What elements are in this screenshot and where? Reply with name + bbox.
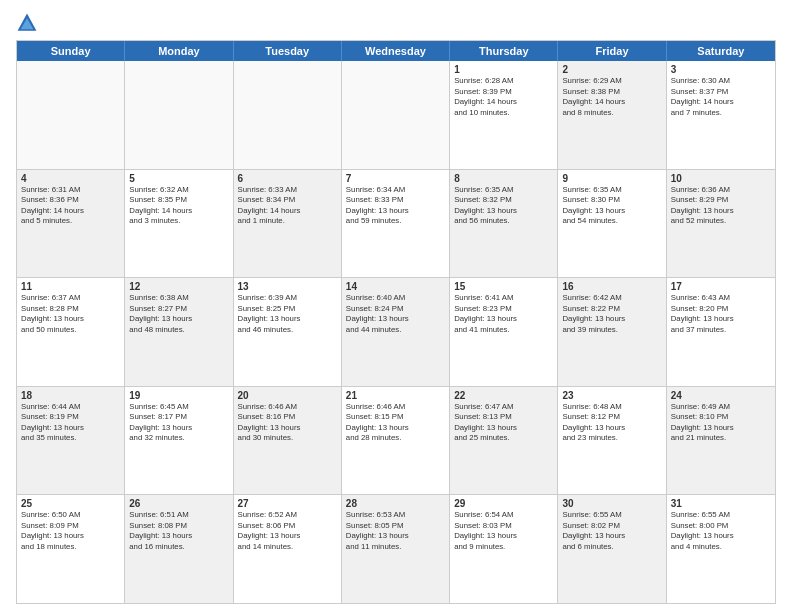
calendar-row: 1Sunrise: 6:28 AM Sunset: 8:39 PM Daylig…: [17, 61, 775, 170]
calendar-body: 1Sunrise: 6:28 AM Sunset: 8:39 PM Daylig…: [17, 61, 775, 603]
day-info: Sunrise: 6:31 AM Sunset: 8:36 PM Dayligh…: [21, 185, 120, 227]
day-number: 5: [129, 173, 228, 184]
day-info: Sunrise: 6:54 AM Sunset: 8:03 PM Dayligh…: [454, 510, 553, 552]
calendar-cell: 18Sunrise: 6:44 AM Sunset: 8:19 PM Dayli…: [17, 387, 125, 495]
day-info: Sunrise: 6:53 AM Sunset: 8:05 PM Dayligh…: [346, 510, 445, 552]
calendar-cell: 21Sunrise: 6:46 AM Sunset: 8:15 PM Dayli…: [342, 387, 450, 495]
day-number: 30: [562, 498, 661, 509]
calendar-cell: 16Sunrise: 6:42 AM Sunset: 8:22 PM Dayli…: [558, 278, 666, 386]
day-number: 19: [129, 390, 228, 401]
calendar-cell: 15Sunrise: 6:41 AM Sunset: 8:23 PM Dayli…: [450, 278, 558, 386]
day-number: 8: [454, 173, 553, 184]
day-number: 13: [238, 281, 337, 292]
calendar-header-cell: Thursday: [450, 41, 558, 61]
calendar-cell: 24Sunrise: 6:49 AM Sunset: 8:10 PM Dayli…: [667, 387, 775, 495]
calendar-cell: 25Sunrise: 6:50 AM Sunset: 8:09 PM Dayli…: [17, 495, 125, 603]
day-info: Sunrise: 6:42 AM Sunset: 8:22 PM Dayligh…: [562, 293, 661, 335]
day-info: Sunrise: 6:41 AM Sunset: 8:23 PM Dayligh…: [454, 293, 553, 335]
day-info: Sunrise: 6:44 AM Sunset: 8:19 PM Dayligh…: [21, 402, 120, 444]
calendar-header-cell: Sunday: [17, 41, 125, 61]
day-info: Sunrise: 6:36 AM Sunset: 8:29 PM Dayligh…: [671, 185, 771, 227]
day-info: Sunrise: 6:55 AM Sunset: 8:02 PM Dayligh…: [562, 510, 661, 552]
day-number: 21: [346, 390, 445, 401]
calendar-cell: 7Sunrise: 6:34 AM Sunset: 8:33 PM Daylig…: [342, 170, 450, 278]
day-number: 24: [671, 390, 771, 401]
day-number: 26: [129, 498, 228, 509]
calendar-cell: [125, 61, 233, 169]
calendar-cell: 26Sunrise: 6:51 AM Sunset: 8:08 PM Dayli…: [125, 495, 233, 603]
calendar-header-cell: Wednesday: [342, 41, 450, 61]
day-info: Sunrise: 6:32 AM Sunset: 8:35 PM Dayligh…: [129, 185, 228, 227]
day-info: Sunrise: 6:40 AM Sunset: 8:24 PM Dayligh…: [346, 293, 445, 335]
day-number: 25: [21, 498, 120, 509]
day-info: Sunrise: 6:38 AM Sunset: 8:27 PM Dayligh…: [129, 293, 228, 335]
day-number: 4: [21, 173, 120, 184]
day-number: 20: [238, 390, 337, 401]
logo: [16, 12, 42, 34]
day-info: Sunrise: 6:46 AM Sunset: 8:16 PM Dayligh…: [238, 402, 337, 444]
header: [16, 12, 776, 34]
calendar-cell: 29Sunrise: 6:54 AM Sunset: 8:03 PM Dayli…: [450, 495, 558, 603]
day-number: 28: [346, 498, 445, 509]
calendar-cell: 14Sunrise: 6:40 AM Sunset: 8:24 PM Dayli…: [342, 278, 450, 386]
calendar-cell: 9Sunrise: 6:35 AM Sunset: 8:30 PM Daylig…: [558, 170, 666, 278]
day-info: Sunrise: 6:43 AM Sunset: 8:20 PM Dayligh…: [671, 293, 771, 335]
day-number: 31: [671, 498, 771, 509]
day-info: Sunrise: 6:39 AM Sunset: 8:25 PM Dayligh…: [238, 293, 337, 335]
day-number: 15: [454, 281, 553, 292]
calendar-cell: 6Sunrise: 6:33 AM Sunset: 8:34 PM Daylig…: [234, 170, 342, 278]
day-info: Sunrise: 6:49 AM Sunset: 8:10 PM Dayligh…: [671, 402, 771, 444]
day-number: 14: [346, 281, 445, 292]
day-number: 3: [671, 64, 771, 75]
calendar-cell: 10Sunrise: 6:36 AM Sunset: 8:29 PM Dayli…: [667, 170, 775, 278]
day-info: Sunrise: 6:55 AM Sunset: 8:00 PM Dayligh…: [671, 510, 771, 552]
page: SundayMondayTuesdayWednesdayThursdayFrid…: [0, 0, 792, 612]
day-info: Sunrise: 6:52 AM Sunset: 8:06 PM Dayligh…: [238, 510, 337, 552]
day-info: Sunrise: 6:51 AM Sunset: 8:08 PM Dayligh…: [129, 510, 228, 552]
calendar: SundayMondayTuesdayWednesdayThursdayFrid…: [16, 40, 776, 604]
calendar-cell: 31Sunrise: 6:55 AM Sunset: 8:00 PM Dayli…: [667, 495, 775, 603]
day-info: Sunrise: 6:33 AM Sunset: 8:34 PM Dayligh…: [238, 185, 337, 227]
calendar-cell: 8Sunrise: 6:35 AM Sunset: 8:32 PM Daylig…: [450, 170, 558, 278]
calendar-cell: 1Sunrise: 6:28 AM Sunset: 8:39 PM Daylig…: [450, 61, 558, 169]
calendar-cell: 5Sunrise: 6:32 AM Sunset: 8:35 PM Daylig…: [125, 170, 233, 278]
calendar-cell: 4Sunrise: 6:31 AM Sunset: 8:36 PM Daylig…: [17, 170, 125, 278]
calendar-cell: 2Sunrise: 6:29 AM Sunset: 8:38 PM Daylig…: [558, 61, 666, 169]
calendar-row: 4Sunrise: 6:31 AM Sunset: 8:36 PM Daylig…: [17, 170, 775, 279]
calendar-cell: 28Sunrise: 6:53 AM Sunset: 8:05 PM Dayli…: [342, 495, 450, 603]
day-info: Sunrise: 6:28 AM Sunset: 8:39 PM Dayligh…: [454, 76, 553, 118]
day-number: 11: [21, 281, 120, 292]
calendar-cell: [342, 61, 450, 169]
calendar-cell: 30Sunrise: 6:55 AM Sunset: 8:02 PM Dayli…: [558, 495, 666, 603]
calendar-header-cell: Friday: [558, 41, 666, 61]
day-number: 7: [346, 173, 445, 184]
day-number: 18: [21, 390, 120, 401]
calendar-header-cell: Tuesday: [234, 41, 342, 61]
calendar-header-cell: Monday: [125, 41, 233, 61]
day-number: 16: [562, 281, 661, 292]
day-info: Sunrise: 6:46 AM Sunset: 8:15 PM Dayligh…: [346, 402, 445, 444]
day-number: 29: [454, 498, 553, 509]
day-info: Sunrise: 6:30 AM Sunset: 8:37 PM Dayligh…: [671, 76, 771, 118]
calendar-cell: 17Sunrise: 6:43 AM Sunset: 8:20 PM Dayli…: [667, 278, 775, 386]
calendar-row: 25Sunrise: 6:50 AM Sunset: 8:09 PM Dayli…: [17, 495, 775, 603]
day-number: 6: [238, 173, 337, 184]
calendar-cell: 20Sunrise: 6:46 AM Sunset: 8:16 PM Dayli…: [234, 387, 342, 495]
calendar-cell: 19Sunrise: 6:45 AM Sunset: 8:17 PM Dayli…: [125, 387, 233, 495]
day-info: Sunrise: 6:35 AM Sunset: 8:32 PM Dayligh…: [454, 185, 553, 227]
calendar-cell: 23Sunrise: 6:48 AM Sunset: 8:12 PM Dayli…: [558, 387, 666, 495]
calendar-cell: 13Sunrise: 6:39 AM Sunset: 8:25 PM Dayli…: [234, 278, 342, 386]
calendar-header-cell: Saturday: [667, 41, 775, 61]
day-number: 23: [562, 390, 661, 401]
day-info: Sunrise: 6:35 AM Sunset: 8:30 PM Dayligh…: [562, 185, 661, 227]
day-info: Sunrise: 6:45 AM Sunset: 8:17 PM Dayligh…: [129, 402, 228, 444]
day-number: 27: [238, 498, 337, 509]
calendar-cell: 27Sunrise: 6:52 AM Sunset: 8:06 PM Dayli…: [234, 495, 342, 603]
day-number: 10: [671, 173, 771, 184]
day-info: Sunrise: 6:50 AM Sunset: 8:09 PM Dayligh…: [21, 510, 120, 552]
day-number: 9: [562, 173, 661, 184]
day-number: 22: [454, 390, 553, 401]
day-number: 1: [454, 64, 553, 75]
calendar-row: 11Sunrise: 6:37 AM Sunset: 8:28 PM Dayli…: [17, 278, 775, 387]
calendar-cell: 22Sunrise: 6:47 AM Sunset: 8:13 PM Dayli…: [450, 387, 558, 495]
